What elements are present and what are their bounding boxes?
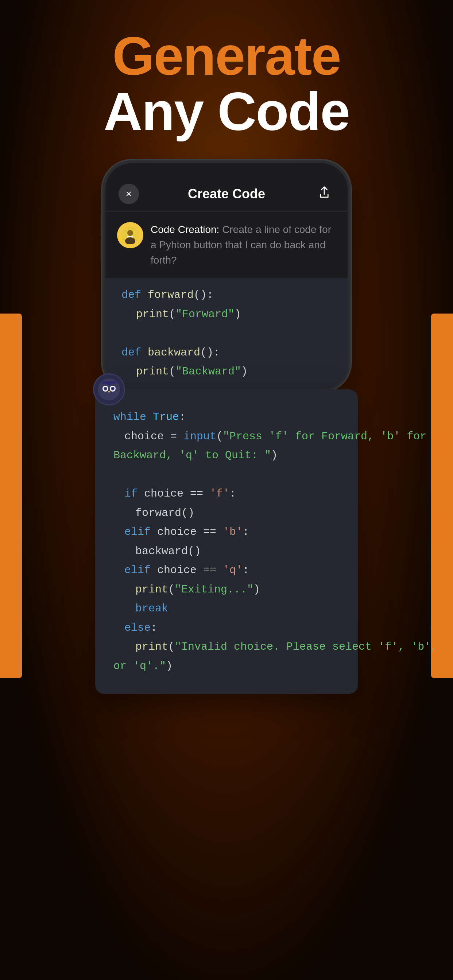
svg-point-10 — [112, 388, 114, 390]
code-line-def-forward: def forward(): — [121, 285, 332, 305]
svg-point-1 — [127, 230, 133, 236]
code-call-backward: backward() — [113, 542, 340, 561]
code-elif-b: elif choice == 'b': — [113, 522, 340, 542]
close-icon: × — [126, 189, 132, 199]
close-button[interactable]: × — [118, 184, 139, 204]
code-line-print-backward: print("Backward") — [121, 362, 332, 381]
code-blank2 — [113, 465, 340, 485]
share-icon — [318, 186, 330, 202]
code-else: else: — [113, 618, 340, 638]
code-print-exiting: print("Exiting...") — [113, 580, 340, 600]
spacer — [121, 381, 332, 389]
code-elif-q: elif choice == 'q': — [113, 561, 340, 580]
header-section: Generate Any Code — [0, 29, 453, 140]
code-while-true: while True: — [113, 407, 340, 427]
code-choice-input-cont: Backward, 'q' to Quit: ") — [113, 446, 340, 465]
code-block-top: def forward(): print("Forward") def back… — [105, 278, 348, 389]
code-if-f: if choice == 'f': — [113, 484, 340, 503]
code-print-invalid-2: or 'q'.") — [113, 657, 340, 676]
code-line-blank1 — [121, 324, 332, 343]
ai-avatar — [93, 373, 125, 406]
header-generate: Generate — [0, 29, 453, 83]
code-print-invalid-1: print("Invalid choice. Please select 'f'… — [113, 637, 340, 657]
code-line-print-forward: print("Forward") — [121, 305, 332, 324]
chat-label: Code Creation: — [151, 224, 219, 235]
phone-header-bar: × Create Code — [105, 177, 348, 212]
user-avatar — [117, 222, 144, 248]
svg-point-9 — [105, 388, 107, 390]
orange-left-accent — [0, 313, 22, 678]
svg-rect-12 — [107, 381, 111, 385]
phone-inner: × Create Code — [105, 163, 348, 389]
chat-message: Code Creation: Create a line of code for… — [105, 212, 348, 278]
code-break: break — [113, 599, 340, 618]
svg-rect-3 — [127, 236, 133, 237]
phone-container: × Create Code — [102, 161, 351, 391]
code-choice-input: choice = input("Press 'f' for Forward, '… — [113, 427, 340, 446]
share-button[interactable] — [314, 184, 335, 204]
code-block-extended: while True: choice = input("Press 'f' fo… — [95, 390, 358, 694]
code-call-forward: forward() — [113, 503, 340, 523]
phone-notch — [187, 163, 266, 177]
phone-title: Create Code — [139, 186, 314, 202]
orange-right-accent — [431, 313, 453, 678]
code-line-def-backward: def backward(): — [121, 343, 332, 363]
header-anycode: Any Code — [0, 83, 453, 140]
chat-text: Code Creation: Create a line of code for… — [151, 222, 336, 268]
phone-frame: × Create Code — [102, 161, 351, 391]
